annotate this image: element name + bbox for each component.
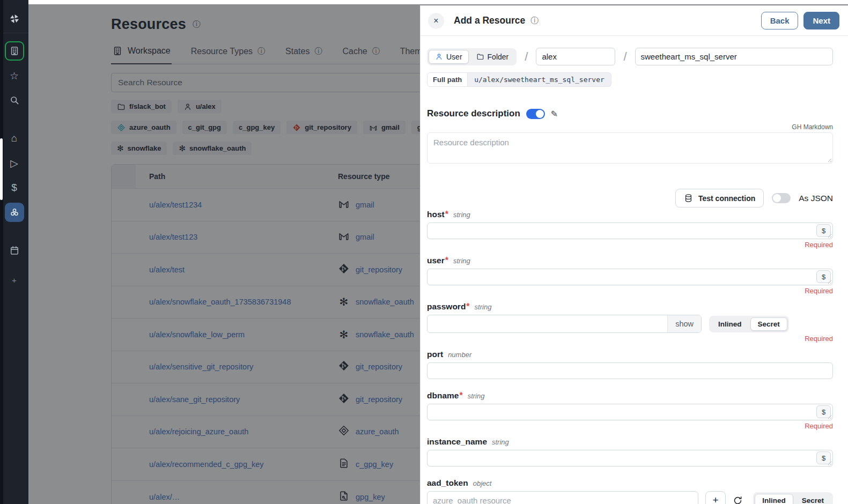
required-label: Required — [427, 287, 833, 295]
sidebar-divider — [1, 33, 28, 33]
drawer-title: Add a Resource — [454, 15, 525, 26]
field-name: instance_name — [427, 437, 487, 447]
sidebar-item-variables[interactable]: $ — [5, 178, 24, 197]
description-textarea[interactable] — [427, 132, 833, 164]
kind-folder-option[interactable]: Folder — [470, 50, 515, 64]
required-label: Required — [427, 422, 833, 430]
secret-mode-toggle: Inlined Secret — [753, 492, 833, 504]
aad-token-input[interactable] — [427, 491, 698, 504]
dbname-input[interactable] — [427, 404, 833, 420]
sidebar-scroll-indicator[interactable] — [0, 138, 3, 200]
owner-input[interactable] — [536, 48, 615, 65]
field-name: host — [427, 210, 445, 219]
inlined-option[interactable]: Inlined — [711, 317, 749, 331]
as-json-toggle[interactable] — [772, 193, 791, 203]
sidebar: ☆ ⌂ ▷ $ + — [0, 0, 28, 504]
add-nested-resource-button[interactable]: + — [705, 491, 726, 504]
refresh-icon[interactable] — [733, 495, 743, 504]
folder-icon — [476, 53, 484, 61]
field-type: number — [448, 351, 471, 359]
instance-name-input[interactable] — [427, 450, 833, 466]
field-host: host * string $ Required — [427, 210, 833, 249]
secret-option[interactable]: Secret — [750, 317, 787, 331]
field-port: port number — [427, 350, 833, 379]
required-asterisk: * — [466, 302, 469, 312]
field-name: dbname — [427, 391, 459, 401]
test-connection-button[interactable]: Test connection — [675, 189, 764, 207]
variable-picker-button[interactable]: $ — [816, 270, 831, 283]
sidebar-item-home[interactable]: ⌂ — [5, 129, 24, 148]
pencil-icon[interactable]: ✎ — [551, 109, 558, 119]
next-button[interactable]: Next — [803, 12, 839, 29]
inlined-option[interactable]: Inlined — [755, 494, 793, 504]
description-heading: Resource description — [427, 108, 520, 119]
required-label: Required — [427, 335, 833, 343]
required-label: Required — [427, 241, 833, 249]
field-dbname: dbname * string $ Required — [427, 391, 833, 430]
sidebar-item-add[interactable]: + — [5, 270, 24, 290]
play-icon: ▷ — [10, 157, 18, 169]
add-resource-drawer: × Add a Resource ⓘ Back Next User Folder… — [420, 5, 848, 504]
owner-kind-toggle: User Folder — [427, 48, 517, 65]
info-icon[interactable]: ⓘ — [530, 16, 539, 26]
person-icon — [435, 53, 443, 61]
kind-user-option[interactable]: User — [429, 50, 469, 64]
close-button[interactable]: × — [428, 13, 444, 29]
sidebar-item-favorites[interactable]: ☆ — [5, 66, 24, 85]
full-path-value: u/alex/sweetheart_ms_sql_server — [468, 72, 611, 87]
home-icon: ⌂ — [11, 132, 17, 144]
variable-picker-button[interactable]: $ — [816, 224, 831, 237]
required-asterisk: * — [445, 256, 448, 265]
drawer-body: User Folder / / Full path u/alex/sweethe… — [421, 36, 848, 504]
field-password: password * string show Inlined Secret Re… — [427, 302, 833, 343]
building-icon — [9, 46, 20, 56]
calendar-icon — [9, 245, 20, 256]
path-separator: / — [623, 50, 626, 64]
secret-option[interactable]: Secret — [794, 494, 831, 504]
field-type: string — [453, 211, 470, 219]
sidebar-item-search[interactable] — [5, 91, 24, 110]
host-input[interactable] — [427, 223, 833, 239]
search-icon — [9, 95, 20, 106]
connection-row: Test connection As JSON — [427, 189, 833, 207]
dollar-icon: $ — [11, 182, 17, 194]
sidebar-item-runs[interactable]: ▷ — [5, 153, 24, 173]
required-asterisk: * — [445, 210, 448, 219]
port-input[interactable] — [427, 362, 833, 379]
field-name: aad_token — [427, 478, 468, 488]
markdown-hint: GH Markdown — [427, 123, 833, 131]
path-separator: / — [525, 50, 528, 64]
variable-picker-button[interactable]: $ — [816, 405, 831, 418]
field-type: string — [453, 257, 470, 265]
password-input[interactable] — [427, 315, 701, 332]
sidebar-item-resources[interactable] — [5, 203, 24, 222]
required-asterisk: * — [459, 391, 462, 401]
description-toggle[interactable] — [526, 109, 545, 119]
field-type: object — [473, 479, 492, 487]
resource-name-input[interactable] — [635, 48, 834, 65]
as-json-label: As JSON — [799, 194, 833, 203]
plus-icon: + — [12, 276, 17, 285]
star-icon: ☆ — [10, 70, 19, 82]
field-name: user — [427, 256, 445, 265]
field-type: string — [475, 303, 492, 311]
back-button[interactable]: Back — [761, 12, 799, 29]
sidebar-item-schedules[interactable] — [5, 241, 24, 260]
path-builder: User Folder / / — [427, 48, 833, 65]
full-path-label: Full path — [427, 72, 468, 87]
description-header: Resource description ✎ — [427, 108, 833, 119]
secret-mode-toggle: Inlined Secret — [709, 316, 789, 332]
field-name: port — [427, 350, 443, 359]
database-icon — [684, 194, 693, 203]
field-aad-token: aad_token object + Inlined Secret — [427, 478, 833, 504]
variable-picker-button[interactable]: $ — [816, 451, 831, 464]
sidebar-item-workspace[interactable] — [5, 41, 24, 61]
boxes-icon — [9, 207, 20, 218]
field-user: user * string $ Required — [427, 256, 833, 295]
show-password-button[interactable]: show — [667, 315, 701, 332]
field-type: string — [468, 392, 485, 400]
user-input[interactable] — [427, 269, 833, 285]
windmill-logo-icon[interactable] — [5, 9, 24, 28]
field-type: string — [492, 438, 509, 446]
drawer-header: × Add a Resource ⓘ Back Next — [421, 6, 848, 36]
